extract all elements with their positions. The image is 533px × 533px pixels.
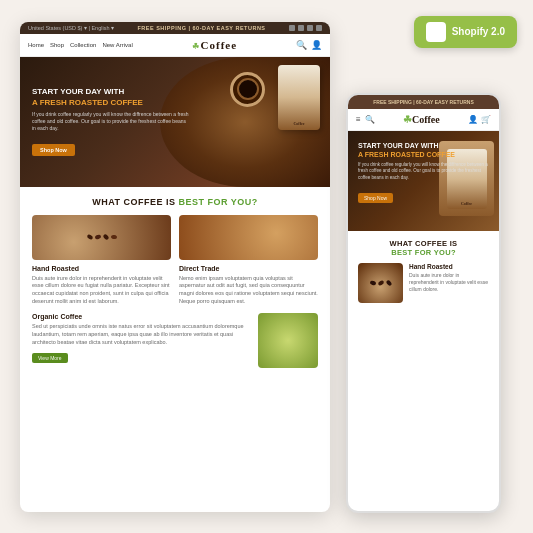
mobile-account-icon[interactable]: 👤 bbox=[468, 115, 478, 124]
twitter-icon bbox=[289, 25, 295, 31]
mobile-feature-img-placeholder bbox=[358, 263, 403, 303]
hand-roasted-image bbox=[32, 215, 171, 260]
nav-new-arrival[interactable]: New Arrival bbox=[102, 42, 132, 48]
shopify-badge: 🛍 Shopify 2.0 bbox=[414, 16, 517, 48]
organic-title: Organic Coffee bbox=[32, 313, 250, 320]
facebook-icon bbox=[298, 25, 304, 31]
view-more-button[interactable]: View More bbox=[32, 353, 68, 363]
desktop-mockup: United States (USD $) ▾ | English ▾ FREE… bbox=[20, 22, 330, 512]
shopify-icon: 🛍 bbox=[426, 22, 446, 42]
hero-heading: START YOUR DAY WITH A FRESH ROASTED COFF… bbox=[32, 87, 189, 108]
logo-leaf-icon: ☘ bbox=[192, 42, 200, 51]
hand-roasted-title: Hand Roasted bbox=[32, 265, 171, 272]
hero-body: If you drink coffee regularly you will k… bbox=[32, 111, 189, 132]
direct-trade-title: Direct Trade bbox=[179, 265, 318, 272]
coffee-bag-label: Coffee bbox=[293, 121, 304, 126]
coffee-cup-inner bbox=[237, 78, 259, 100]
instagram-icon bbox=[307, 25, 313, 31]
search-icon[interactable]: 🔍 bbox=[296, 40, 307, 50]
mobile-feature-body: Duis aute irure dolor in reprehenderit i… bbox=[409, 272, 489, 293]
mobile-feature-hand-roasted: Hand Roasted Duis aute irure dolor in re… bbox=[358, 263, 489, 303]
desktop-logo[interactable]: ☘Coffee bbox=[192, 39, 238, 51]
mobile-search-icon[interactable]: 🔍 bbox=[365, 115, 375, 124]
shopify-label: Shopify 2.0 bbox=[452, 26, 505, 38]
mobile-nav-right-icons: 👤 🛒 bbox=[468, 115, 491, 124]
hero-text-content: START YOUR DAY WITH A FRESH ROASTED COFF… bbox=[32, 87, 189, 156]
mobile-nav-left-icons: ≡ 🔍 bbox=[356, 115, 375, 124]
hamburger-icon[interactable]: ≡ bbox=[356, 115, 361, 124]
page-wrapper: United States (USD $) ▾ | English ▾ FREE… bbox=[0, 0, 533, 533]
mobile-feature-text: Hand Roasted Duis aute irure dolor in re… bbox=[409, 263, 489, 293]
organic-body: Sed ut perspiciatis unde omnis iste natu… bbox=[32, 323, 250, 346]
account-icon[interactable]: 👤 bbox=[311, 40, 322, 50]
nav-home[interactable]: Home bbox=[28, 42, 44, 48]
mobile-nav: ≡ 🔍 ☘Coffee 👤 🛒 bbox=[348, 109, 499, 131]
topbar-shipping: FREE SHIPPING | 60-DAY EASY RETURNS bbox=[137, 25, 265, 31]
mobile-hero-text: START YOUR DAY WITH A FRESH ROASTED COFF… bbox=[358, 141, 489, 204]
youtube-icon bbox=[316, 25, 322, 31]
topbar-social bbox=[289, 25, 322, 31]
mobile-feature-title: Hand Roasted bbox=[409, 263, 489, 270]
mobile-feature-image bbox=[358, 263, 403, 303]
hand-roasted-body: Duis aute irure dolor in reprehenderit i… bbox=[32, 275, 171, 306]
mobile-cart-icon[interactable]: 🛒 bbox=[481, 115, 491, 124]
mobile-logo[interactable]: ☘Coffee bbox=[403, 114, 440, 125]
hero-cta-button[interactable]: Shop Now bbox=[32, 144, 75, 156]
hand-roasted-img-placeholder bbox=[32, 215, 171, 260]
desktop-topbar: United States (USD $) ▾ | English ▾ FREE… bbox=[20, 22, 330, 34]
mobile-hero-cta-button[interactable]: Shop Now bbox=[358, 193, 393, 203]
mobile-hero-heading: START YOUR DAY WITH A FRESH ROASTED COFF… bbox=[358, 141, 489, 159]
desktop-features-section: WHAT COFFEE IS BEST FOR YOU? bbox=[20, 187, 330, 379]
section-title: WHAT COFFEE IS BEST FOR YOU? bbox=[32, 197, 318, 207]
desktop-hero: Coffee START YOUR DAY WITH A FRESH ROAST… bbox=[20, 57, 330, 187]
organic-img-placeholder bbox=[258, 313, 318, 368]
feature-direct-trade: Direct Trade Nemo enim ipsam voluptatem … bbox=[179, 215, 318, 306]
organic-text: Organic Coffee Sed ut perspiciatis unde … bbox=[32, 313, 250, 368]
mobile-features-section: WHAT COFFEE IS BEST FOR YOU? Hand Roaste bbox=[348, 231, 499, 317]
mobile-hero-body: If you drink coffee regularly you will k… bbox=[358, 162, 489, 181]
mobile-hero: START YOUR DAY WITH A FRESH ROASTED COFF… bbox=[348, 131, 499, 231]
feature-organic-coffee: Organic Coffee Sed ut perspiciatis unde … bbox=[32, 313, 318, 368]
direct-trade-image bbox=[179, 215, 318, 260]
mobile-section-title: WHAT COFFEE IS BEST FOR YOU? bbox=[358, 239, 489, 257]
mobile-mockup: FREE SHIPPING | 60-DAY EASY RETURNS ≡ 🔍 … bbox=[346, 93, 501, 513]
organic-image bbox=[258, 313, 318, 368]
hero-coffee-cup bbox=[230, 72, 265, 107]
features-grid: Hand Roasted Duis aute irure dolor in re… bbox=[32, 215, 318, 369]
desktop-nav: Home Shop Collection New Arrival ☘Coffee… bbox=[20, 34, 330, 57]
nav-links[interactable]: Home Shop Collection New Arrival bbox=[28, 42, 133, 48]
shopify-text: Shopify 2.0 bbox=[452, 26, 505, 38]
direct-trade-img-placeholder bbox=[179, 215, 318, 260]
nav-action-icons: 🔍 👤 bbox=[296, 40, 322, 50]
direct-trade-body: Nemo enim ipsam voluptatem quia voluptas… bbox=[179, 275, 318, 306]
topbar-locale: United States (USD $) ▾ | English ▾ bbox=[28, 25, 114, 31]
nav-collection[interactable]: Collection bbox=[70, 42, 96, 48]
mobile-topbar: FREE SHIPPING | 60-DAY EASY RETURNS bbox=[348, 95, 499, 109]
mobile-logo-leaf-icon: ☘ bbox=[403, 114, 412, 125]
nav-shop[interactable]: Shop bbox=[50, 42, 64, 48]
hero-coffee-bag: Coffee bbox=[278, 65, 320, 130]
feature-hand-roasted: Hand Roasted Duis aute irure dolor in re… bbox=[32, 215, 171, 306]
